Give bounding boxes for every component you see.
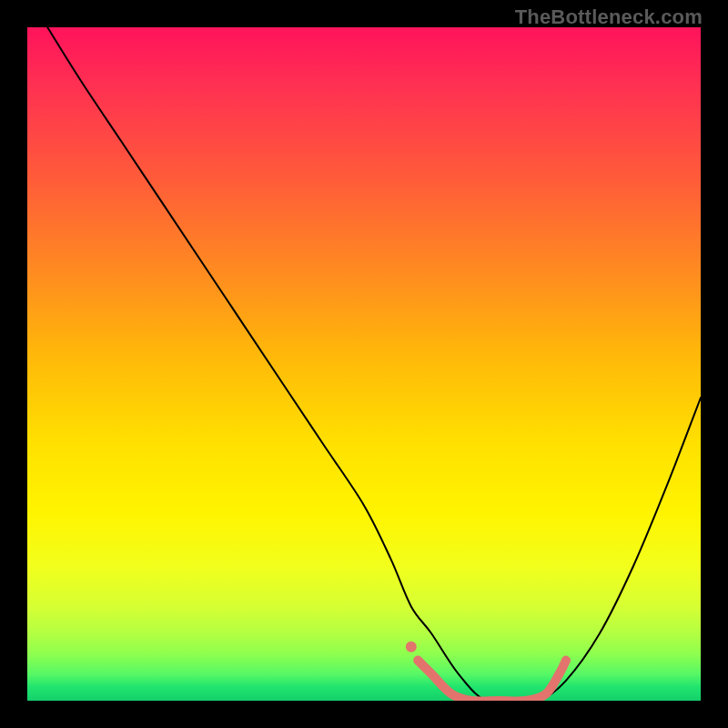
chart-container: TheBottleneck.com [0, 0, 728, 728]
curve-layer [27, 27, 701, 701]
watermark-text: TheBottleneck.com [515, 5, 703, 29]
plot-area [27, 27, 701, 701]
series-bottleneck-curve [47, 27, 701, 701]
series-optimal-zone-highlight [418, 661, 566, 701]
marker-left-dot [406, 642, 417, 652]
